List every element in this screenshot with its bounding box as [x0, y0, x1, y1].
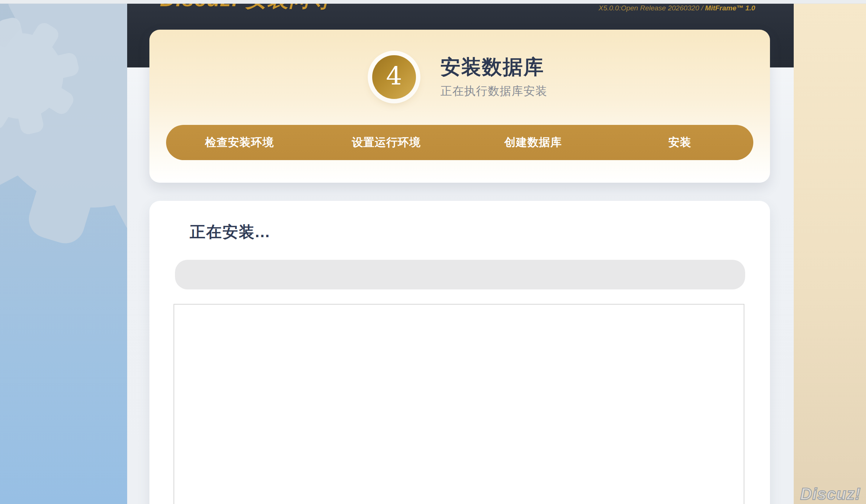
background-right-panel — [794, 0, 866, 504]
wizard-step-runtime-env: 设置运行环境 — [313, 135, 460, 150]
page-subtitle: 正在执行数据库安装 — [440, 83, 547, 99]
wizard-step-install: 安装 — [606, 135, 753, 150]
install-card: 正在安装... — [149, 201, 770, 504]
wizard-step-check-env: 检查安装环境 — [166, 135, 313, 150]
version-text: X5.0.0:Open Release 20260320 / MitFrame™… — [598, 4, 755, 14]
version-brand: MitFrame™ — [705, 4, 743, 12]
step-number: 4 — [386, 63, 402, 91]
wizard-step-create-db: 创建数据库 — [460, 135, 606, 150]
version-prefix: X5.0.0:Open Release 20260320 / — [598, 4, 705, 12]
install-status-heading: 正在安装... — [190, 222, 270, 242]
step-header-text: 安装数据库 正在执行数据库安装 — [440, 55, 547, 99]
install-log-box[interactable] — [173, 304, 744, 504]
top-strip — [0, 0, 866, 4]
discuz-watermark: Discuz! — [800, 485, 861, 503]
background-left-panel — [0, 0, 127, 504]
version-number: 1.0 — [743, 4, 755, 12]
page-title: 安装数据库 — [440, 55, 547, 78]
app-logo: Discuz! 安装向导 — [160, 4, 333, 10]
step-header-row: 4 安装数据库 正在执行数据库安装 — [149, 30, 770, 104]
step-header-card: 4 安装数据库 正在执行数据库安装 检查安装环境 设置运行环境 创建数据库 安装 — [149, 30, 770, 183]
step-number-badge: 4 — [372, 55, 416, 99]
wizard-progress-bar: 检查安装环境 设置运行环境 创建数据库 安装 — [166, 125, 753, 160]
install-progress-track — [175, 260, 745, 289]
